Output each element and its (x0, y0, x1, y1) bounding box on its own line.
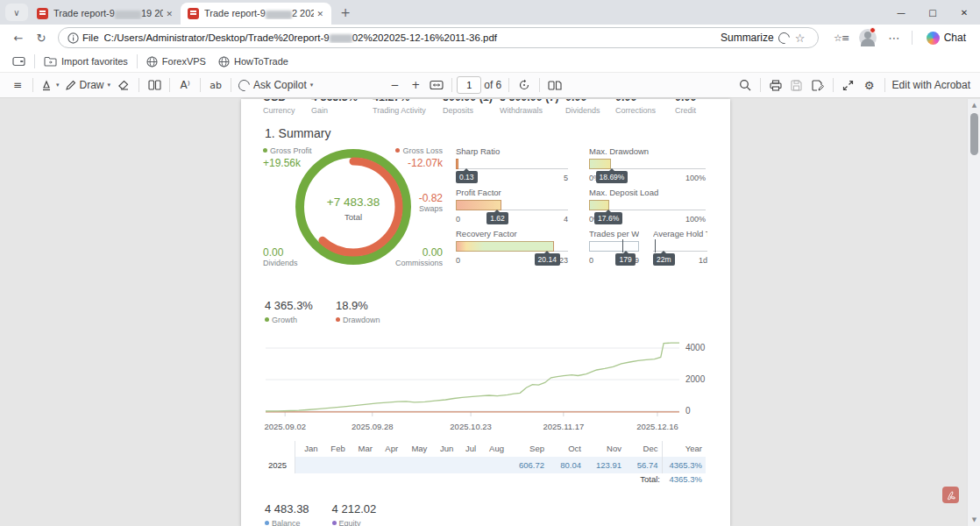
commissions-value: 0.00 (423, 246, 443, 259)
tab-search-button[interactable]: ∨ (5, 4, 28, 21)
info-icon[interactable] (67, 32, 79, 44)
vertical-scrollbar[interactable]: ▲ ▼ (967, 99, 980, 526)
toolbar-right-group: ⚙ Edit with Acrobat (735, 75, 973, 96)
window-close-button[interactable]: ✕ (948, 0, 980, 25)
page-view-button[interactable] (544, 75, 565, 96)
table-row: 2025 606.7280.04123.9156.74 4365.3% (263, 457, 706, 473)
zoom-in-icon[interactable]: + (405, 75, 426, 96)
favorite-label: Import favorites (61, 56, 128, 67)
pdf-page: USDCurrency 4 365.3%Gain 41.27%Trading A… (241, 99, 730, 526)
scroll-down-icon[interactable]: ▼ (968, 514, 980, 526)
bookmark-howtotrade[interactable]: HowToTrade (215, 54, 292, 69)
stat-trading-activity: 41.27%Trading Activity (373, 99, 426, 115)
ask-copilot-button[interactable]: Ask Copilot ▾ (236, 75, 316, 96)
divider (138, 78, 139, 92)
tab-trade-report-1[interactable]: Trade report-919 2025-12-16 ✕ (30, 3, 181, 25)
ask-copilot-label: Ask Copilot (253, 79, 307, 91)
refresh-button[interactable]: ↻ (30, 26, 53, 49)
table-header-row: JanFebMarAprMayJunJulAug SepOctNovDec Ye… (263, 441, 706, 457)
expand-icon (842, 80, 854, 91)
acrobat-fab-button[interactable] (942, 487, 959, 503)
draw-button[interactable]: Draw ▾ (62, 75, 114, 96)
window-minimize-button[interactable]: — (885, 0, 917, 25)
edit-with-acrobat-button[interactable]: Edit with Acrobat (890, 75, 973, 96)
more-menu-icon[interactable]: ⋯ (884, 27, 905, 48)
stat-withdrawals: 5 500.00 (7)Withdrawals (500, 99, 558, 115)
divider (833, 78, 834, 92)
zoom-out-icon[interactable]: − (384, 75, 405, 96)
erase-button[interactable] (113, 75, 134, 96)
search-icon (739, 79, 751, 91)
profile-avatar[interactable] (859, 29, 877, 46)
gauge-tooltip: 0.13 (456, 171, 478, 183)
green-dot-icon (263, 148, 267, 153)
x-tick-label: 2025.10.23 (450, 422, 492, 431)
favorite-star-icon[interactable]: ☆ (790, 27, 811, 48)
y-tick-label: 2000 (685, 374, 705, 384)
back-button[interactable]: ← (7, 26, 30, 49)
scroll-up-icon[interactable]: ▲ (968, 99, 980, 111)
search-document-button[interactable] (735, 75, 756, 96)
window-maximize-button[interactable]: □ (917, 0, 948, 25)
url-input[interactable]: File C:/Users/Administrator/Desktop/Trad… (58, 27, 819, 48)
divider (169, 78, 170, 92)
import-favorites-button[interactable]: Import favorites (40, 54, 131, 68)
copilot-chat-button[interactable]: Chat (920, 29, 973, 47)
settings-gear-icon[interactable]: ⚙ (859, 75, 880, 96)
gauge-recovery-factor: Recovery Factor 020.1423 (456, 229, 568, 267)
line-chart-canvas (266, 337, 679, 421)
highlight-button[interactable]: ▾ (38, 75, 62, 96)
donut-center-total: +7 483.38 Total (292, 195, 415, 222)
stat-deposits: 500.00 (1)Deposits (443, 99, 493, 115)
save-as-button[interactable] (807, 75, 828, 96)
new-tab-button[interactable]: + (335, 2, 356, 23)
bookmark-forexvps[interactable]: ForexVPS (143, 54, 209, 69)
monthly-growth-table: JanFebMarAprMayJunJulAug SepOctNovDec Ye… (263, 441, 706, 473)
scrollbar-thumb[interactable] (970, 113, 978, 155)
printer-icon (770, 80, 782, 91)
back-arrow-icon: ← (14, 32, 24, 45)
divider (34, 54, 35, 68)
x-tick-label: 2025.09.28 (352, 422, 394, 431)
profit-donut-chart: Gross Profit +19.56k Gross Loss -12.07k … (263, 146, 443, 276)
fit-to-width-button[interactable] (426, 75, 447, 96)
tab-close-icon[interactable]: ✕ (314, 8, 326, 20)
copilot-outline-icon (236, 77, 252, 93)
refresh-icon: ↻ (37, 32, 46, 45)
stat-dividends: 0.00Dividends (565, 99, 600, 115)
tab-close-icon[interactable]: ✕ (163, 8, 175, 20)
chevron-down-icon: ∨ (13, 8, 19, 18)
page-number-input[interactable] (457, 76, 481, 94)
rotate-icon (518, 79, 530, 91)
read-aloud-icon[interactable]: A⁾ (174, 75, 195, 96)
pdf-favicon (188, 8, 199, 19)
save-button[interactable] (786, 75, 807, 96)
wallet-button[interactable] (9, 54, 29, 68)
fullscreen-button[interactable] (838, 75, 859, 96)
divider (32, 78, 33, 92)
tab-title: Trade report-92 2025-12-16 (204, 8, 314, 18)
growth-chart-legend: 4 365.3% Growth 18.9% Drawdown (265, 299, 380, 324)
balance-equity-legend: 4 483.38 Balance 4 212.02 Equity (265, 502, 376, 526)
favorites-list-icon[interactable]: ☆≡ (831, 27, 852, 48)
divider (451, 78, 452, 92)
series-growth (266, 343, 679, 411)
rotate-button[interactable] (514, 75, 535, 96)
import-folder-icon (44, 56, 57, 67)
two-page-icon (148, 80, 161, 90)
tab-trade-report-2[interactable]: Trade report-92 2025-12-16 ✕ (181, 3, 331, 25)
pen-icon (65, 80, 76, 91)
summarize-button[interactable]: Summarize (721, 32, 790, 44)
gauge-sharp-ratio: Sharp Ratio 0.135 (456, 146, 568, 184)
y-tick-label: 4000 (685, 343, 705, 352)
two-page-view-button[interactable] (144, 75, 165, 96)
divider (508, 78, 509, 92)
print-button[interactable] (765, 75, 786, 96)
gauge-tooltip: 179 (615, 253, 635, 266)
table-of-contents-icon[interactable]: ≡ (7, 75, 28, 96)
stat-currency: USDCurrency (263, 99, 295, 115)
acrobat-logo-icon (945, 489, 956, 501)
gauge-trades-per-week: Trades per Week 0179269 (589, 229, 639, 267)
file-path: C:/Users/Administrator/Desktop/Trade%20r… (104, 32, 721, 43)
text-selection-icon[interactable]: ab (205, 75, 226, 96)
